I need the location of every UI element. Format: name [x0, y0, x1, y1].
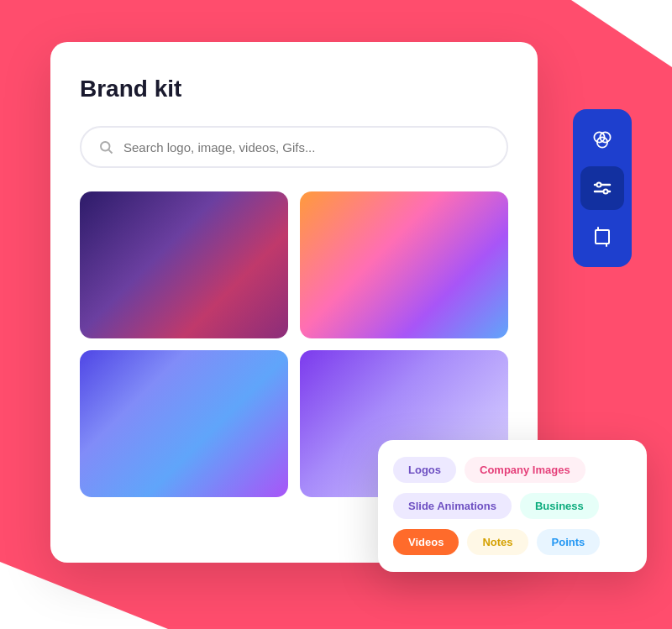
svg-line-1 — [108, 149, 112, 153]
right-toolbar — [573, 109, 632, 267]
tag-company-images[interactable]: Company Images — [465, 457, 585, 483]
search-input[interactable] — [123, 140, 490, 155]
crop-icon-button[interactable] — [580, 215, 624, 259]
tag-business[interactable]: Business — [520, 493, 599, 519]
tags-row-3: Videos Notes Points — [393, 529, 632, 555]
svg-rect-9 — [596, 230, 609, 244]
tag-slide-animations[interactable]: Slide Animations — [393, 493, 512, 519]
search-icon — [98, 139, 113, 155]
image-card-3[interactable] — [80, 350, 288, 497]
settings-icon-button[interactable] — [580, 166, 624, 210]
image-card-1[interactable] — [80, 191, 288, 338]
outer-background: Brand kit — [0, 0, 672, 629]
tags-row-2: Slide Animations Business — [393, 493, 632, 519]
tags-row-1: Logos Company Images — [393, 457, 632, 483]
brand-icon-button[interactable] — [580, 118, 624, 161]
tag-notes[interactable]: Notes — [467, 529, 528, 555]
image-card-2[interactable] — [300, 191, 508, 338]
page-title: Brand kit — [80, 76, 508, 102]
tags-card: Logos Company Images Slide Animations Bu… — [378, 440, 647, 572]
search-bar[interactable] — [80, 126, 508, 168]
tag-logos[interactable]: Logos — [393, 457, 456, 483]
svg-point-7 — [597, 183, 601, 187]
svg-point-0 — [101, 142, 110, 151]
svg-point-8 — [604, 190, 608, 194]
tag-points[interactable]: Points — [537, 529, 601, 555]
tag-videos[interactable]: Videos — [393, 529, 459, 555]
